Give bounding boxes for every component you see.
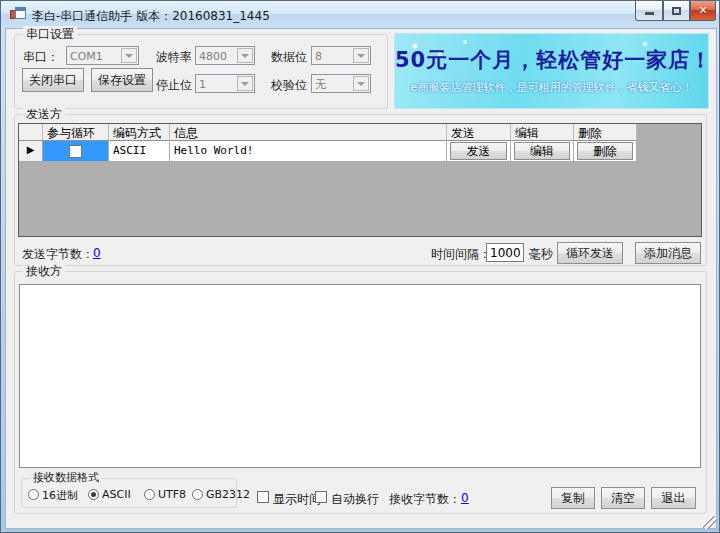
copy-button[interactable]: 复制 xyxy=(551,487,595,509)
row-delete-button[interactable]: 删除 xyxy=(577,142,633,160)
receive-format-title: 接收数据格式 xyxy=(30,470,102,485)
encoding-cell[interactable]: ASCII xyxy=(109,141,170,162)
radio-1-label[interactable]: ASCII xyxy=(102,488,131,501)
show-time-label[interactable]: 显示时间 xyxy=(273,491,321,508)
close-button[interactable]: ✕ xyxy=(690,1,716,21)
databits-value: 8 xyxy=(315,50,322,63)
exit-button[interactable]: 退出 xyxy=(651,487,696,509)
grid-header-row: 参与循环 编码方式 信息 发送 编辑 删除 xyxy=(19,124,701,141)
resize-grip[interactable] xyxy=(703,516,716,529)
minimize-button[interactable] xyxy=(635,1,663,21)
delete-cell: 删除 xyxy=(574,141,637,162)
radio-0[interactable] xyxy=(28,489,39,500)
received-bytes-link[interactable]: 0 xyxy=(461,491,469,505)
loop-cell[interactable] xyxy=(43,141,109,162)
port-dropdown-icon xyxy=(121,48,137,63)
send-cell: 发送 xyxy=(447,141,511,162)
receiver-title: 接收方 xyxy=(23,263,65,280)
column-header-delete[interactable]: 删除 xyxy=(574,124,637,141)
radio-3[interactable] xyxy=(192,489,203,500)
send-message-grid: 参与循环 编码方式 信息 发送 编辑 删除 ▶ ASCII Hello Worl… xyxy=(18,123,702,237)
radio-0-label[interactable]: 16进制 xyxy=(42,488,78,503)
parity-combobox[interactable]: 无 xyxy=(311,74,371,93)
serial-settings-group: 串口设置 串口： COM1 波特率： 4800 数据位： 8 关闭串口 保存设置… xyxy=(14,34,388,109)
title-bar[interactable]: 李白-串口通信助手 版本：20160831_1445 ✕ xyxy=(1,1,719,28)
auto-wrap-label[interactable]: 自动换行 xyxy=(331,491,379,508)
stopbits-value: 1 xyxy=(199,78,206,91)
app-icon xyxy=(10,7,26,23)
radio-3-label[interactable]: GB2312 xyxy=(206,488,250,501)
close-port-button[interactable]: 关闭串口 xyxy=(22,68,84,92)
column-header-loop[interactable]: 参与循环 xyxy=(43,124,109,141)
databits-dropdown-icon xyxy=(353,48,369,63)
row-selector-cell[interactable]: ▶ xyxy=(19,141,43,162)
sender-title: 发送方 xyxy=(23,106,65,123)
radio-2-label[interactable]: UTF8 xyxy=(158,488,186,501)
interval-input[interactable] xyxy=(486,243,524,262)
baud-value: 4800 xyxy=(199,50,227,63)
maximize-button[interactable] xyxy=(663,1,690,21)
serial-settings-title: 串口设置 xyxy=(23,26,77,43)
baud-dropdown-icon xyxy=(237,48,253,63)
ad-headline: 50元一个月，轻松管好一家店！ xyxy=(395,46,708,74)
add-message-button[interactable]: 添加消息 xyxy=(635,242,701,264)
show-time-checkbox[interactable] xyxy=(257,491,269,503)
radio-1[interactable] xyxy=(88,489,99,500)
databits-combobox[interactable]: 8 xyxy=(311,46,371,65)
sent-bytes-link[interactable]: 0 xyxy=(93,246,101,260)
baud-combobox[interactable]: 4800 xyxy=(195,46,255,65)
app-window: 李白-串口通信助手 版本：20160831_1445 ✕ 串口设置 串口： CO… xyxy=(0,0,720,533)
row-send-button[interactable]: 发送 xyxy=(450,142,507,160)
parity-dropdown-icon xyxy=(353,76,369,91)
maximize-icon xyxy=(672,7,681,15)
minimize-icon xyxy=(645,12,654,15)
interval-label: 时间间隔： xyxy=(431,246,491,263)
loop-checkbox[interactable] xyxy=(69,145,82,158)
receive-textarea[interactable] xyxy=(19,284,701,468)
sent-bytes-label: 发送字节数： xyxy=(22,246,94,263)
table-row: ▶ ASCII Hello World! 发送 编辑 删除 xyxy=(19,141,701,162)
window-title: 李白-串口通信助手 版本：20160831_1445 xyxy=(32,8,270,25)
row-edit-button[interactable]: 编辑 xyxy=(514,142,570,160)
port-value: COM1 xyxy=(70,50,103,63)
clear-button[interactable]: 清空 xyxy=(601,487,645,509)
column-header-edit[interactable]: 编辑 xyxy=(511,124,574,141)
stopbits-dropdown-icon xyxy=(237,76,253,91)
receive-format-group: 接收数据格式 16进制 ASCII UTF8 GB2312 xyxy=(21,478,237,508)
received-bytes-label: 接收字节数： xyxy=(389,491,461,508)
grid-corner-cell xyxy=(19,124,43,141)
interval-unit-label: 毫秒 xyxy=(529,246,553,263)
radio-2[interactable] xyxy=(144,489,155,500)
auto-wrap-checkbox[interactable] xyxy=(315,491,327,503)
port-label: 串口： xyxy=(23,49,59,66)
port-combobox[interactable]: COM1 xyxy=(66,46,139,65)
parity-value: 无 xyxy=(315,78,326,91)
column-header-encoding[interactable]: 编码方式 xyxy=(109,124,170,141)
close-icon: ✕ xyxy=(698,5,707,16)
loop-send-button[interactable]: 循环发送 xyxy=(557,242,623,264)
save-settings-button[interactable]: 保存设置 xyxy=(91,68,153,92)
ad-subline: e商服装店管理软件，是可租用的管理软件，省钱又省心！ xyxy=(395,80,708,95)
ad-banner[interactable]: 50元一个月，轻松管好一家店！ e商服装店管理软件，是可租用的管理软件，省钱又省… xyxy=(394,33,709,109)
stopbits-combobox[interactable]: 1 xyxy=(195,74,255,93)
column-header-message[interactable]: 信息 xyxy=(170,124,447,141)
edit-cell: 编辑 xyxy=(511,141,574,162)
message-cell[interactable]: Hello World! xyxy=(170,141,447,162)
column-header-send[interactable]: 发送 xyxy=(447,124,511,141)
